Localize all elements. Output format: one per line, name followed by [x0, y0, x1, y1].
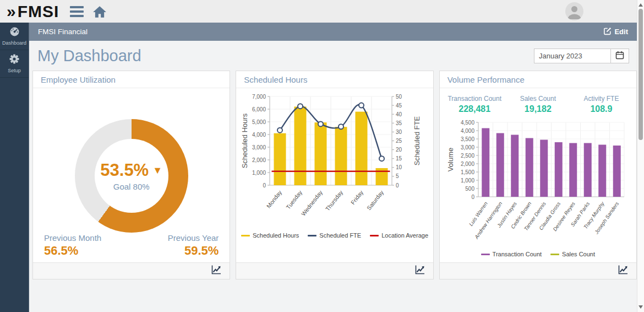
expand-chart-button[interactable] — [210, 265, 223, 277]
svg-text:1,000: 1,000 — [252, 170, 266, 176]
legend-swatch — [241, 235, 250, 236]
legend-label: Sales Count — [562, 251, 595, 257]
legend-item[interactable]: Scheduled Hours — [241, 232, 299, 239]
legend-swatch — [481, 254, 490, 255]
utilization-donut-chart: 53.5% ▼ Goal 80% — [75, 119, 188, 233]
card-employee-utilization: Employee Utilization 53.5% ▼ Goal 80% Pr… — [32, 71, 230, 279]
previous-year-value: 59.5% — [168, 244, 219, 258]
stat-value: 19,182 — [506, 104, 570, 114]
edit-button[interactable]: Edit — [603, 27, 628, 37]
card-title: Volume Performance — [440, 71, 636, 88]
previous-year-label: Previous Year — [168, 233, 219, 243]
vertical-scrollbar — [637, 0, 644, 312]
line-chart-icon — [414, 265, 425, 277]
svg-text:2,500: 2,500 — [461, 153, 474, 159]
svg-text:Scheduled Hours: Scheduled Hours — [241, 113, 249, 168]
svg-text:1,500: 1,500 — [461, 169, 474, 175]
gear-icon — [9, 54, 19, 66]
svg-text:5,000: 5,000 — [252, 119, 266, 125]
legend-item[interactable]: Transaction Count — [481, 251, 542, 257]
sidebar-item-setup[interactable]: Setup — [0, 50, 29, 78]
previous-month-value: 56.5% — [44, 244, 101, 258]
svg-text:1,000: 1,000 — [461, 177, 474, 184]
card-title: Employee Utilization — [33, 71, 230, 88]
edit-icon — [603, 27, 612, 37]
svg-text:3,500: 3,500 — [461, 136, 474, 142]
scheduled-hours-legend: Scheduled HoursScheduled FTELocation Ave… — [241, 232, 428, 239]
utilization-goal-label: Goal 80% — [113, 182, 150, 191]
legend-swatch — [308, 235, 316, 236]
user-avatar[interactable] — [565, 2, 583, 20]
legend-item[interactable]: Sales Count — [550, 251, 595, 257]
fmsi-logo: » FMSI — [7, 2, 59, 21]
svg-text:7,000: 7,000 — [252, 94, 266, 100]
card-title: Scheduled Hours — [236, 71, 433, 88]
svg-text:40: 40 — [396, 111, 402, 117]
sidebar: Dashboard Setup — [0, 23, 29, 312]
sidebar-item-label: Dashboard — [2, 40, 26, 46]
volume-stats-row: Transaction Count 228,481 Sales Count 19… — [440, 88, 636, 114]
sidebar-item-dashboard[interactable]: Dashboard — [0, 23, 29, 50]
calendar-button[interactable] — [610, 49, 629, 63]
line-chart-icon — [211, 265, 222, 277]
utilization-value: 53.5% — [100, 160, 149, 180]
svg-text:Tuesday: Tuesday — [285, 189, 303, 210]
edit-button-label: Edit — [614, 28, 628, 36]
card-scheduled-hours: Scheduled Hours 01,0002,0003,0004,0005,0… — [236, 71, 433, 279]
legend-item[interactable]: Location Average — [370, 232, 428, 239]
expand-chart-button[interactable] — [413, 265, 427, 277]
trend-down-icon: ▼ — [152, 165, 162, 176]
page-title: My Dashboard — [37, 47, 141, 65]
period-input[interactable] — [534, 49, 610, 63]
svg-text:2,000: 2,000 — [461, 161, 474, 167]
svg-text:25: 25 — [396, 138, 402, 144]
stat-label: Activity FTE — [570, 95, 633, 103]
svg-text:45: 45 — [396, 103, 402, 109]
top-navbar: » FMSI — [0, 0, 637, 23]
svg-text:2,000: 2,000 — [252, 157, 266, 163]
scrollbar-thumb[interactable] — [638, 9, 643, 140]
dashboard-toolbar: FMSI Financial Edit — [29, 23, 637, 41]
previous-month-stat: Previous Month 56.5% — [44, 233, 101, 258]
card-volume-performance: Volume Performance Transaction Count 228… — [439, 71, 637, 279]
scroll-up-arrow[interactable] — [638, 3, 643, 7]
legend-swatch — [550, 254, 559, 255]
gauge-icon — [9, 27, 20, 39]
svg-text:Monday: Monday — [265, 189, 283, 209]
sidebar-item-label: Setup — [8, 68, 21, 73]
svg-text:Friday: Friday — [350, 189, 365, 206]
expand-chart-button[interactable] — [616, 265, 630, 277]
home-icon[interactable] — [92, 5, 107, 18]
svg-text:0: 0 — [396, 182, 399, 189]
svg-text:Volume: Volume — [446, 148, 455, 171]
svg-text:Wednesday: Wednesday — [300, 189, 324, 217]
svg-text:3,000: 3,000 — [461, 144, 474, 150]
previous-month-label: Previous Month — [44, 233, 101, 243]
previous-year-stat: Previous Year 59.5% — [168, 233, 219, 258]
menu-icon[interactable] — [70, 6, 84, 17]
period-datepicker — [534, 49, 629, 63]
calendar-icon — [615, 51, 624, 62]
svg-text:30: 30 — [396, 129, 402, 135]
logo-chevrons-icon: » — [7, 2, 17, 21]
svg-text:6,000: 6,000 — [252, 106, 266, 112]
svg-text:4,500: 4,500 — [461, 120, 474, 126]
svg-text:0: 0 — [263, 182, 266, 189]
legend-label: Scheduled Hours — [253, 232, 299, 239]
line-chart-icon — [618, 265, 629, 277]
svg-text:15: 15 — [396, 155, 402, 162]
volume-legend: Transaction CountSales Count — [481, 251, 595, 257]
volume-chart: 05001,0001,5002,0002,5003,0003,5004,0004… — [444, 116, 631, 249]
svg-text:Saturday: Saturday — [365, 189, 385, 211]
svg-text:500: 500 — [466, 186, 475, 192]
svg-text:Scheduled FTE: Scheduled FTE — [413, 116, 421, 165]
scroll-down-arrow[interactable] — [638, 305, 643, 309]
legend-item[interactable]: Scheduled FTE — [308, 232, 361, 239]
transaction-count-stat: Transaction Count 228,481 — [443, 95, 506, 114]
legend-label: Location Average — [381, 232, 428, 239]
svg-text:10: 10 — [396, 164, 402, 170]
svg-text:4,000: 4,000 — [461, 128, 474, 134]
sales-count-stat: Sales Count 19,182 — [506, 95, 570, 114]
stat-value: 228,481 — [443, 104, 506, 114]
svg-text:35: 35 — [396, 120, 402, 126]
